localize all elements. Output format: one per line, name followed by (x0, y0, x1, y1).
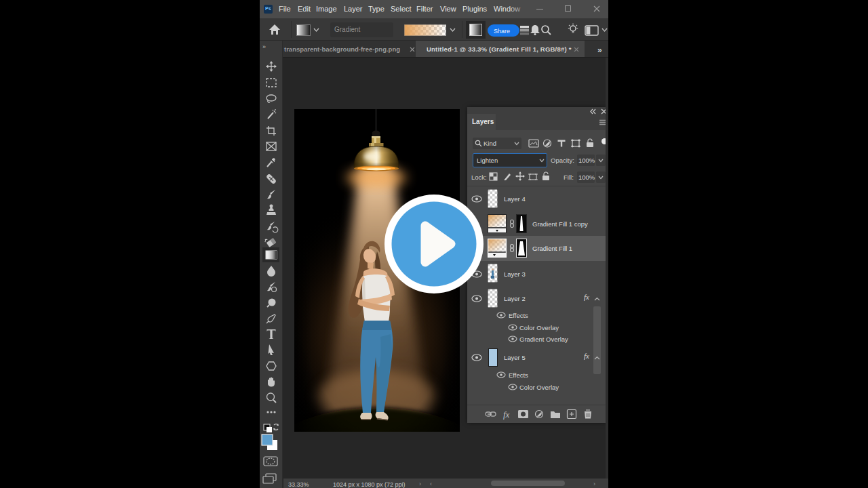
svg-text:fx: fx (503, 409, 510, 420)
